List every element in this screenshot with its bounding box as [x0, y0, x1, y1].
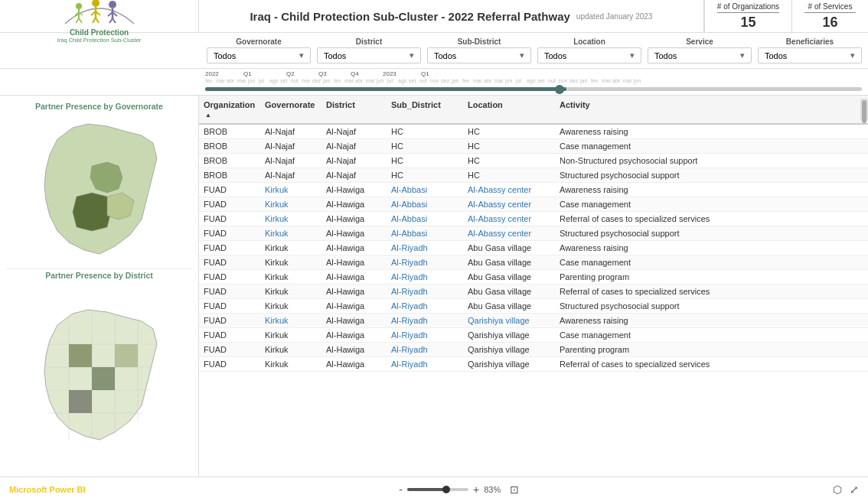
table-row[interactable]: BROB Al-Najaf Al-Najaf HC HC Structured … — [199, 168, 868, 183]
cell-activity: Case management — [555, 139, 868, 153]
zoom-plus-button[interactable]: + — [473, 483, 479, 496]
share-icon[interactable]: ⬡ — [833, 483, 842, 496]
cell-subdistrict: Al-Riyadh — [387, 255, 463, 269]
cell-activity: Referral of cases to specialized service… — [555, 357, 868, 371]
cell-subdistrict: Al-Riyadh — [387, 241, 463, 255]
fit-screen-icon[interactable]: ⊡ — [510, 483, 519, 496]
col-header-location: Location — [463, 99, 555, 120]
cell-dist: Al-Hawiga — [321, 314, 387, 327]
chevron-down-icon: ▾ — [299, 50, 304, 60]
cell-activity: Referral of cases to specialized service… — [555, 212, 868, 226]
filter-district: District Todos ▾ — [317, 37, 421, 63]
cell-org: BROB — [199, 154, 260, 168]
header: Child Protection Iraq Child Protection S… — [0, 0, 868, 33]
svg-line-11 — [96, 18, 99, 23]
table-row[interactable]: FUAD Kirkuk Al-Hawiga Al-Riyadh Abu Gasa… — [199, 285, 868, 299]
cell-org: FUAD — [199, 270, 260, 284]
cell-location: Al-Abassy center — [463, 212, 555, 226]
svg-rect-28 — [115, 344, 138, 367]
chevron-down-icon: ▾ — [850, 50, 855, 60]
table-row[interactable]: FUAD Kirkuk Al-Hawiga Al-Riyadh Abu Gasa… — [199, 241, 868, 255]
zoom-slider[interactable] — [407, 488, 468, 491]
cell-gov: Kirkuk — [260, 197, 321, 211]
map1-svg — [31, 120, 168, 262]
table-row[interactable]: FUAD Kirkuk Al-Hawiga Al-Riyadh Abu Gasa… — [199, 270, 868, 285]
chevron-down-icon: ▾ — [520, 50, 524, 60]
cell-gov: Al-Najaf — [260, 125, 321, 138]
cell-dist: Al-Hawiga — [321, 328, 387, 342]
bottom-bar: Microsoft Power BI - + 83% ⊡ ⬡ ⤢ — [0, 477, 868, 501]
cell-activity: Case management — [555, 255, 868, 269]
table-header: Organization ▲ Governorate District Sub_… — [199, 96, 868, 125]
stats-area: # of Organizations 15 # of Services 16 — [703, 0, 868, 32]
cell-subdistrict: Al-Riyadh — [387, 343, 463, 356]
zoom-percentage: 83% — [484, 485, 501, 494]
cell-gov: Kirkuk — [260, 285, 321, 298]
cell-gov: Kirkuk — [260, 183, 321, 197]
map1-title: Partner Presence by Governorate — [6, 102, 192, 111]
map2-container — [6, 283, 192, 470]
cell-org: FUAD — [199, 299, 260, 313]
table-row[interactable]: FUAD Kirkuk Al-Hawiga Al-Riyadh Qarishiy… — [199, 343, 868, 357]
filter-subdistrict-select[interactable]: Todos ▾ — [427, 47, 531, 63]
table-row[interactable]: BROB Al-Najaf Al-Najaf HC HC Non-Structu… — [199, 154, 868, 168]
filter-governorate: Governorate Todos ▾ — [207, 37, 311, 63]
filter-location-value: Todos — [544, 51, 566, 60]
cell-location: HC — [463, 154, 555, 168]
filter-beneficiaries-select[interactable]: Todos ▾ — [758, 47, 862, 63]
cell-org: FUAD — [199, 314, 260, 327]
cell-subdistrict: Al-Abbasi — [387, 183, 463, 197]
svg-line-5 — [79, 18, 82, 23]
zoom-minus-button[interactable]: - — [399, 483, 403, 496]
expand-icon[interactable]: ⤢ — [850, 483, 859, 496]
table-body[interactable]: BROB Al-Najaf Al-Najaf HC HC Awareness r… — [199, 125, 868, 477]
timeline-track[interactable] — [205, 84, 862, 95]
table-row[interactable]: FUAD Kirkuk Al-Hawiga Al-Abbasi Al-Abass… — [199, 212, 868, 226]
powerbi-link[interactable]: Microsoft Power BI — [9, 485, 86, 494]
cell-subdistrict: Al-Riyadh — [387, 328, 463, 342]
table-row[interactable]: FUAD Kirkuk Al-Hawiga Al-Riyadh Qarishiy… — [199, 328, 868, 343]
cell-location: Qarishiya village — [463, 328, 555, 342]
col-header-org: Organization ▲ — [199, 99, 260, 120]
filter-location-select[interactable]: Todos ▾ — [537, 47, 641, 63]
table-row[interactable]: FUAD Kirkuk Al-Hawiga Al-Riyadh Qarishiy… — [199, 357, 868, 372]
cell-location: Abu Gasa village — [463, 299, 555, 313]
filter-service-select[interactable]: Todos ▾ — [648, 47, 752, 63]
table-row[interactable]: FUAD Kirkuk Al-Hawiga Al-Abbasi Al-Abass… — [199, 197, 868, 212]
cell-org: FUAD — [199, 183, 260, 197]
cell-dist: Al-Hawiga — [321, 255, 387, 269]
table-row[interactable]: FUAD Kirkuk Al-Hawiga Al-Abbasi Al-Abass… — [199, 226, 868, 241]
right-panel: Organization ▲ Governorate District Sub_… — [199, 96, 868, 477]
cell-location: Al-Abassy center — [463, 226, 555, 240]
cell-location: Qarishiya village — [463, 343, 555, 356]
page-title: Iraq - Child Protection Sub-Cluster - 20… — [250, 10, 569, 23]
filter-district-value: Todos — [324, 51, 346, 60]
cell-activity: Structured psychosocial support — [555, 299, 868, 313]
cell-subdistrict: HC — [387, 125, 463, 138]
filter-location: Location Todos ▾ — [537, 37, 641, 63]
svg-rect-26 — [69, 344, 92, 367]
cell-org: FUAD — [199, 241, 260, 255]
cell-subdistrict: HC — [387, 168, 463, 182]
table-row[interactable]: FUAD Kirkuk Al-Hawiga Al-Riyadh Abu Gasa… — [199, 299, 868, 314]
svg-line-10 — [93, 18, 96, 23]
cell-activity: Awareness raising — [555, 314, 868, 327]
table-row[interactable]: FUAD Kirkuk Al-Hawiga Al-Abbasi Al-Abass… — [199, 183, 868, 197]
cell-gov: Kirkuk — [260, 343, 321, 356]
filter-district-label: District — [356, 37, 382, 46]
svg-line-4 — [76, 18, 79, 23]
table-row[interactable]: FUAD Kirkuk Al-Hawiga Al-Riyadh Abu Gasa… — [199, 255, 868, 270]
cell-gov: Al-Najaf — [260, 154, 321, 168]
cell-dist: Al-Hawiga — [321, 357, 387, 371]
table-row[interactable]: BROB Al-Najaf Al-Najaf HC HC Awareness r… — [199, 125, 868, 139]
svc-stat-value: 16 — [822, 15, 837, 31]
table-row[interactable]: FUAD Kirkuk Al-Hawiga Al-Riyadh Qarishiy… — [199, 314, 868, 328]
table-row[interactable]: BROB Al-Najaf Al-Najaf HC HC Case manage… — [199, 139, 868, 154]
cell-subdistrict: Al-Riyadh — [387, 299, 463, 313]
filter-governorate-select[interactable]: Todos ▾ — [207, 47, 311, 63]
filter-subdistrict-label: Sub-District — [458, 37, 501, 46]
filter-district-select[interactable]: Todos ▾ — [317, 47, 421, 63]
map2-svg — [31, 306, 168, 447]
cell-dist: Al-Hawiga — [321, 285, 387, 298]
cell-dist: Al-Hawiga — [321, 226, 387, 240]
